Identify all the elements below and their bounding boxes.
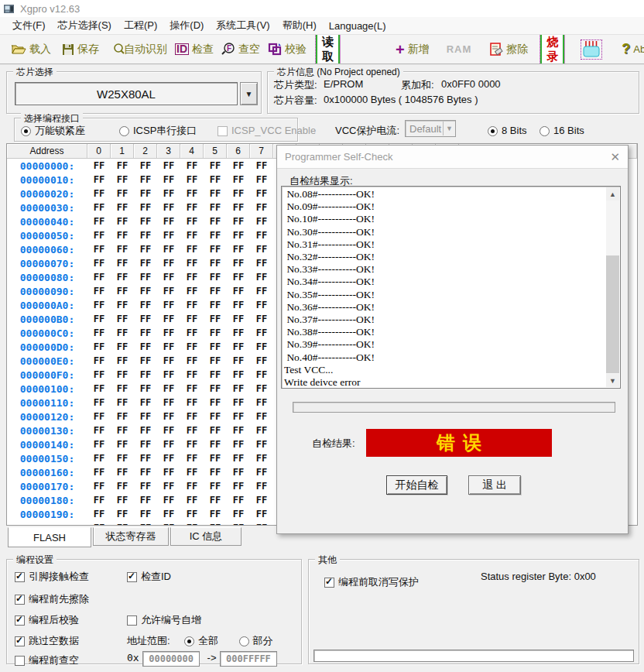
hex-byte-cell[interactable]: FF <box>87 495 111 506</box>
hex-byte-cell[interactable]: FF <box>87 300 111 310</box>
hex-byte-cell[interactable]: FF <box>180 272 204 283</box>
self-check-results-list[interactable]: No.08#-----------OK! No.09#-----------OK… <box>281 186 621 389</box>
hex-byte-cell[interactable]: FF <box>180 523 204 526</box>
hex-byte-cell[interactable]: FF <box>134 439 157 450</box>
hex-byte-cell[interactable]: FF <box>87 216 111 227</box>
menu-item[interactable]: 芯片选择(S) <box>52 17 118 34</box>
hex-byte-cell[interactable]: FF <box>134 230 157 241</box>
hex-byte-cell[interactable]: FF <box>180 160 204 171</box>
hex-byte-cell[interactable]: FF <box>111 495 134 506</box>
hex-byte-cell[interactable]: FF <box>250 495 273 506</box>
add-button[interactable]: + 新增 <box>396 43 430 57</box>
hex-byte-cell[interactable]: FF <box>180 453 204 464</box>
hex-byte-cell[interactable]: FF <box>134 397 157 408</box>
hex-byte-cell[interactable]: FF <box>204 188 227 199</box>
hex-byte-cell[interactable]: FF <box>111 383 134 394</box>
hex-byte-cell[interactable]: FF <box>204 244 227 255</box>
list-scrollbar[interactable]: ▲ ▼ <box>606 187 619 387</box>
hex-byte-cell[interactable]: FF <box>134 188 157 199</box>
hex-byte-cell[interactable]: FF <box>180 467 204 478</box>
hex-byte-cell[interactable]: FF <box>134 216 157 227</box>
hex-byte-cell[interactable]: FF <box>250 230 273 241</box>
hex-byte-cell[interactable]: FF <box>180 425 204 436</box>
hex-byte-cell[interactable]: FF <box>204 481 227 492</box>
hex-byte-cell[interactable]: FF <box>227 495 250 506</box>
hex-byte-cell[interactable]: FF <box>111 174 134 185</box>
hex-byte-cell[interactable]: FF <box>111 300 134 310</box>
hex-byte-cell[interactable]: FF <box>134 481 157 492</box>
hex-byte-cell[interactable]: FF <box>204 202 227 213</box>
menu-item[interactable]: 帮助(H) <box>276 17 323 34</box>
hex-byte-cell[interactable]: FF <box>111 467 134 478</box>
hex-byte-cell[interactable]: FF <box>227 509 250 519</box>
hex-byte-cell[interactable]: FF <box>180 258 204 269</box>
hex-byte-cell[interactable]: FF <box>111 397 134 408</box>
hex-byte-cell[interactable]: FF <box>111 188 134 199</box>
bits8-radio[interactable] <box>488 126 498 136</box>
erase-button[interactable]: 擦除 <box>490 43 528 57</box>
hex-byte-cell[interactable]: FF <box>111 327 134 338</box>
chip-select-dropdown-button[interactable]: ▼ <box>240 82 258 105</box>
hex-byte-cell[interactable]: FF <box>134 467 157 478</box>
hex-byte-cell[interactable]: FF <box>180 244 204 255</box>
hex-byte-cell[interactable]: FF <box>134 174 157 185</box>
hex-byte-cell[interactable]: FF <box>250 481 273 492</box>
auto-increment-checkbox[interactable] <box>127 615 137 626</box>
hex-byte-cell[interactable]: FF <box>134 202 157 213</box>
hex-byte-cell[interactable]: FF <box>180 397 204 408</box>
hex-byte-cell[interactable]: FF <box>87 397 111 408</box>
hex-byte-cell[interactable]: FF <box>227 439 250 450</box>
hex-byte-cell[interactable]: FF <box>87 425 111 436</box>
hex-byte-cell[interactable]: FF <box>227 216 250 227</box>
hex-byte-cell[interactable]: FF <box>157 425 180 436</box>
dialog-title-bar[interactable]: Programmer Self-Check ✕ <box>277 146 628 169</box>
hex-byte-cell[interactable]: FF <box>157 397 180 408</box>
address-from-field[interactable]: 00000000 <box>142 651 200 667</box>
hex-byte-cell[interactable]: FF <box>227 258 250 269</box>
hex-byte-cell[interactable]: FF <box>134 160 157 171</box>
hex-byte-cell[interactable]: FF <box>111 355 134 366</box>
socket-button[interactable] <box>581 40 601 59</box>
hex-byte-cell[interactable]: FF <box>87 160 111 171</box>
hex-byte-cell[interactable]: FF <box>111 216 134 227</box>
hex-byte-cell[interactable]: FF <box>157 355 180 366</box>
hex-byte-cell[interactable]: FF <box>180 174 204 185</box>
hex-byte-cell[interactable]: FF <box>227 411 250 422</box>
hex-byte-cell[interactable]: FF <box>250 509 273 519</box>
hex-byte-cell[interactable]: FF <box>250 397 273 408</box>
hex-byte-cell[interactable]: FF <box>111 523 134 526</box>
hex-byte-cell[interactable]: FF <box>180 314 204 324</box>
hex-byte-cell[interactable]: FF <box>204 467 227 478</box>
hex-byte-cell[interactable]: FF <box>157 258 180 269</box>
hex-byte-cell[interactable]: FF <box>157 327 180 338</box>
icsp-vcc-checkbox[interactable] <box>218 126 228 136</box>
hex-byte-cell[interactable]: FF <box>87 314 111 324</box>
ram-button[interactable]: RAM <box>447 43 472 55</box>
hex-byte-cell[interactable]: FF <box>87 286 111 297</box>
erase-first-checkbox[interactable] <box>15 595 25 605</box>
hex-byte-cell[interactable]: FF <box>250 341 273 352</box>
hex-byte-cell[interactable]: FF <box>250 425 273 436</box>
hex-byte-cell[interactable]: FF <box>134 523 157 526</box>
hex-byte-cell[interactable]: FF <box>111 509 134 519</box>
hex-byte-cell[interactable]: FF <box>87 188 111 199</box>
hex-byte-cell[interactable]: FF <box>204 230 227 241</box>
hex-byte-cell[interactable]: FF <box>111 160 134 171</box>
hex-byte-cell[interactable]: FF <box>111 341 134 352</box>
hex-byte-cell[interactable]: FF <box>157 314 180 324</box>
chip-select-combobox[interactable]: W25X80AL <box>15 82 238 105</box>
socket-radio[interactable] <box>21 126 31 136</box>
close-icon[interactable]: ✕ <box>610 150 620 164</box>
hex-byte-cell[interactable]: FF <box>87 327 111 338</box>
hex-byte-cell[interactable]: FF <box>227 355 250 366</box>
load-button[interactable]: 载入 <box>11 43 51 57</box>
hex-byte-cell[interactable]: FF <box>227 383 250 394</box>
hex-byte-cell[interactable]: FF <box>204 509 227 519</box>
hex-byte-cell[interactable]: FF <box>134 286 157 297</box>
hex-byte-cell[interactable]: FF <box>87 272 111 283</box>
hex-byte-cell[interactable]: FF <box>204 272 227 283</box>
hex-byte-cell[interactable]: FF <box>180 411 204 422</box>
hex-byte-cell[interactable]: FF <box>111 286 134 297</box>
hex-byte-cell[interactable]: FF <box>157 495 180 506</box>
hex-byte-cell[interactable]: FF <box>134 258 157 269</box>
